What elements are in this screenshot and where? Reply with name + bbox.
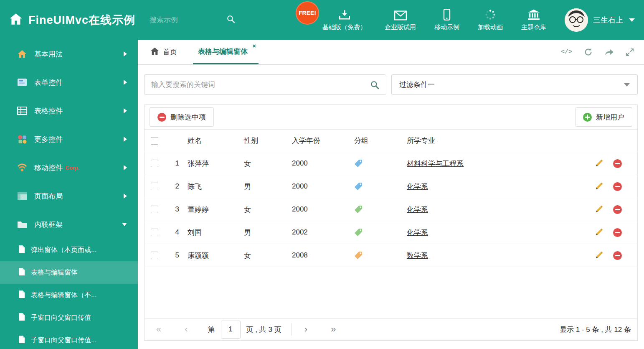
major-link[interactable]: 数学系 [407,251,428,260]
brand[interactable]: FineUIMvc在线示例 [9,13,135,28]
grid-toolbar: 删除选中项 新增用户 [145,105,637,129]
table-row: 1 张萍萍 女 2000 材料科学与工程系 [145,152,637,175]
download-icon [339,9,350,20]
envelope-icon [394,9,407,20]
source-code-icon[interactable]: </> [561,48,572,56]
header-search-input[interactable] [150,16,216,24]
sidebar-subitem-popup-window[interactable]: 弹出窗体（本页面或... [0,239,138,261]
next-page-icon[interactable]: › [304,325,307,334]
chevron-down-icon [122,223,127,226]
close-icon[interactable]: × [252,43,256,49]
major-link[interactable]: 材料科学与工程系 [407,159,464,168]
cell-gender: 女 [244,152,292,175]
share-forward-icon[interactable] [604,48,614,56]
row-number: 3 [165,198,188,221]
delete-row-icon[interactable] [613,251,622,260]
sidebar-item-basic-usage[interactable]: 基本用法 [0,40,138,68]
plus-circle-icon [583,113,592,122]
chevron-right-icon [124,194,127,199]
nav-item-basic-edition[interactable]: FREE! 基础版（免费） [322,9,366,31]
delete-selected-button[interactable]: 删除选中项 [150,107,214,127]
filter-dropdown[interactable]: 过滤条件一 [391,74,638,95]
cell-gender: 女 [244,244,292,267]
sidebar-subitem-grid-edit-window-2[interactable]: 表格与编辑窗体（不... [0,284,138,306]
prev-page-icon[interactable]: ‹ [185,325,188,334]
row-checkbox[interactable] [151,229,158,236]
sidebar-subitem-grid-edit-window[interactable]: 表格与编辑窗体 [0,261,138,284]
expand-icon[interactable] [626,48,634,56]
cell-year: 2000 [292,198,352,221]
sidebar-subitem-child-to-parent[interactable]: 子窗口向父窗口传值 [0,306,138,329]
sidebar-subitem-child-to-parent-2[interactable]: 子窗口向父窗口传值... [0,329,138,349]
table-header-row: 姓名 性别 入学年份 分组 所学专业 [145,129,637,152]
page-number-input[interactable] [221,321,241,339]
search-icon[interactable] [226,15,235,25]
edit-pencil-icon[interactable] [595,251,603,260]
header-number [165,130,188,152]
nav-item-enterprise-trial[interactable]: 企业版试用 [385,9,416,31]
sidebar-item-inline-frame[interactable]: 内联框架 [0,210,138,239]
chevron-right-icon [124,137,127,142]
tag-icon [354,205,363,214]
row-checkbox[interactable] [151,206,158,213]
major-link[interactable]: 化学系 [407,182,428,191]
edit-pencil-icon[interactable] [595,159,603,168]
file-icon [18,267,25,278]
row-checkbox[interactable] [151,252,158,259]
delete-row-icon[interactable] [613,159,622,168]
form-icon [17,78,28,87]
sidebar-item-more-controls[interactable]: 更多控件 [0,125,138,153]
last-page-icon[interactable]: » [331,325,336,334]
major-link[interactable]: 化学系 [407,228,428,237]
sidebar-item-mobile-controls[interactable]: 移动控件 Corp. [0,153,138,182]
row-number: 4 [165,221,188,244]
tab-grid-edit-window[interactable]: 表格与编辑窗体 × [193,40,259,64]
header-nav: FREE! 基础版（免费） 企业版试用 移动示例 [322,9,565,31]
chevron-right-icon [124,108,127,113]
edit-pencil-icon[interactable] [595,182,603,191]
nav-item-mobile-examples[interactable]: 移动示例 [434,9,459,31]
add-user-button[interactable]: 新增用户 [575,107,632,127]
bank-icon [527,9,540,20]
widgets-icon [17,135,28,144]
delete-row-icon[interactable] [613,228,622,237]
home-tab-icon [150,47,159,57]
cell-year: 2000 [292,175,352,198]
tab-home[interactable]: 首页 [145,40,182,64]
nav-item-loading-animation[interactable]: 加载动画 [478,9,503,31]
table-empty-area [145,267,637,318]
user-menu[interactable]: 三生石上 [565,8,635,32]
major-link[interactable]: 化学系 [407,205,428,214]
edit-pencil-icon[interactable] [595,205,603,214]
sidebar-item-form-controls[interactable]: 表单控件 [0,68,138,97]
layout-icon [17,192,28,200]
header-major: 所学专业 [407,130,587,152]
sidebar-item-page-layout[interactable]: 页面布局 [0,182,138,210]
refresh-icon[interactable] [584,48,593,56]
search-icon[interactable] [370,80,379,89]
nav-item-theme-repository[interactable]: 主题仓库 [521,9,546,31]
cell-name: 张萍萍 [188,152,244,175]
table-row: 4 刘国 男 2002 化学系 [145,221,637,244]
first-page-icon[interactable]: « [156,325,161,334]
delete-row-icon[interactable] [613,205,622,214]
mobile-icon [443,9,451,20]
row-checkbox[interactable] [151,160,158,167]
sidebar-item-grid-controls[interactable]: 表格控件 [0,97,138,125]
select-all-checkbox[interactable] [151,137,158,145]
cell-name: 董婷婷 [188,198,244,221]
nav-label: 加载动画 [478,23,503,31]
tag-icon [354,251,363,260]
avatar [565,8,588,32]
minus-circle-icon [157,113,166,122]
edit-pencil-icon[interactable] [595,228,603,237]
header-actions [587,130,637,152]
row-checkbox[interactable] [151,183,158,190]
cell-gender: 男 [244,175,292,198]
delete-row-icon[interactable] [613,182,622,191]
chevron-down-icon [624,83,630,87]
tab-bar: 首页 表格与编辑窗体 × </> [138,40,644,65]
keyword-search-input[interactable] [151,81,370,89]
table-row: 3 董婷婷 女 2000 化学系 [145,198,637,221]
app-title: FineUIMvc在线示例 [28,13,135,28]
